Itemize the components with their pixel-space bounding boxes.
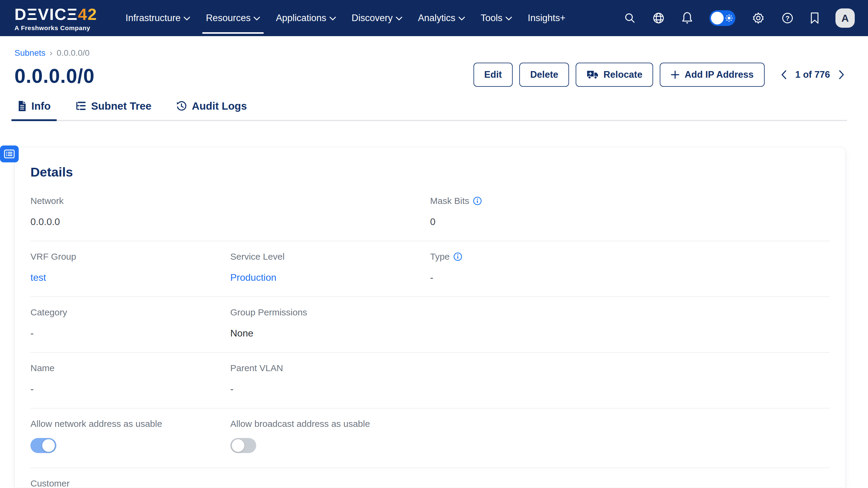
svg-text:?: ? [785, 14, 789, 22]
help-icon[interactable]: ? [781, 12, 794, 24]
tab-audit-logs[interactable]: Audit Logs [173, 100, 250, 120]
pager-count: 1 of 776 [795, 69, 830, 80]
chevron-down-icon [253, 17, 260, 21]
field-allow-broadcast-address: Allow broadcast address as usable [230, 419, 430, 454]
nav-item-infrastructure[interactable]: Infrastructure [119, 0, 197, 36]
vrf-group-link[interactable]: test [30, 272, 46, 283]
info-icon[interactable] [473, 196, 482, 205]
nav-item-insights[interactable]: Insights+ [521, 0, 572, 36]
network-value: 0.0.0.0 [30, 216, 230, 227]
field-category: Category - [30, 307, 230, 339]
field-network: Network 0.0.0.0 [30, 196, 230, 227]
chevron-left-icon [781, 70, 787, 79]
tab-info[interactable]: Info [14, 100, 54, 120]
info-icon[interactable] [453, 252, 462, 261]
nav-item-applications[interactable]: Applications [269, 0, 342, 36]
page-title: 0.0.0.0/0 [14, 64, 95, 87]
chevron-right-icon [838, 70, 844, 79]
field-allow-network-address: Allow network address as usable [30, 419, 230, 454]
field-service-level: Service Level Production [230, 252, 430, 283]
field-row: Category - Group Permissions None [30, 297, 830, 353]
breadcrumb: Subnets › 0.0.0.0/0 [14, 48, 95, 58]
nav-item-discovery[interactable]: Discovery [345, 0, 409, 36]
record-pager: 1 of 776 [781, 69, 844, 80]
mask-bits-value: 0 [430, 216, 630, 227]
chevron-down-icon [505, 17, 512, 21]
globe-icon[interactable] [652, 12, 665, 24]
prev-record-button[interactable] [781, 70, 787, 79]
breadcrumb-separator: › [50, 48, 53, 58]
device42-logo[interactable]: DΞVICΞ42 A Freshworks Company [14, 5, 97, 32]
field-customer: Customer [30, 478, 230, 488]
list-panel-icon [4, 150, 15, 158]
nav-item-analytics[interactable]: Analytics [411, 0, 472, 36]
navbar-actions: ? A [624, 8, 855, 28]
chevron-down-icon [458, 17, 465, 21]
allow-broadcast-toggle[interactable] [230, 438, 256, 453]
breadcrumb-current: 0.0.0.0/0 [57, 48, 90, 58]
document-icon [18, 100, 27, 112]
field-name: Name - [30, 363, 230, 395]
chevron-down-icon [330, 17, 336, 21]
action-bar: Edit Delete Relocate Add IP Address 1 of… [467, 63, 844, 87]
group-permissions-value: None [230, 328, 430, 339]
tab-bar: Info Subnet Tree Audit Logs [14, 100, 847, 121]
add-ip-address-button[interactable]: Add IP Address [660, 63, 764, 87]
sun-icon [725, 14, 733, 22]
plus-icon [671, 70, 680, 79]
parent-vlan-value: - [230, 384, 430, 395]
toggle-knob [232, 439, 244, 452]
bookmark-icon[interactable] [810, 12, 819, 24]
top-navbar: DΞVICΞ42 A Freshworks Company Infrastruc… [0, 0, 868, 36]
field-type: Type - [430, 252, 630, 283]
main-nav: Infrastructure Resources Applications Di… [119, 0, 572, 36]
field-parent-vlan: Parent VLAN - [230, 363, 430, 395]
allow-network-toggle[interactable] [30, 438, 56, 453]
field-row: Customer [30, 468, 830, 488]
field-row: VRF Group test Service Level Production … [30, 241, 830, 297]
category-value: - [30, 328, 230, 339]
theme-toggle[interactable] [710, 10, 735, 26]
field-vrf-group: VRF Group test [30, 252, 230, 283]
type-value: - [430, 272, 630, 283]
edit-button[interactable]: Edit [473, 63, 513, 87]
chevron-down-icon [396, 17, 402, 21]
next-record-button[interactable] [838, 70, 844, 79]
service-level-link[interactable]: Production [230, 272, 276, 283]
user-avatar[interactable]: A [835, 8, 855, 28]
field-row: Name - Parent VLAN - [30, 353, 830, 409]
search-icon[interactable] [624, 12, 636, 24]
field-mask-bits: Mask Bits 0 [430, 196, 630, 227]
details-panel-toggle[interactable] [0, 145, 19, 162]
details-card: Details Network 0.0.0.0 Mask Bits 0 VRF … [14, 147, 846, 488]
history-icon [176, 101, 187, 111]
breadcrumb-subnets-link[interactable]: Subnets [14, 48, 45, 58]
brand-text: DΞVICΞ42 [14, 5, 97, 24]
tree-list-icon [75, 101, 86, 111]
brand-tagline: A Freshworks Company [14, 24, 97, 32]
chevron-down-icon [184, 17, 190, 21]
name-value: - [30, 384, 230, 395]
page-header: Subnets › 0.0.0.0/0 0.0.0.0/0 Edit Delet… [0, 36, 868, 87]
toggle-knob [711, 12, 724, 24]
toggle-knob [42, 439, 55, 452]
field-group-permissions: Group Permissions None [230, 307, 430, 339]
field-row: Network 0.0.0.0 Mask Bits 0 [30, 186, 830, 241]
details-heading: Details [30, 165, 830, 180]
gear-icon[interactable] [752, 11, 765, 25]
relocate-button[interactable]: Relocate [576, 63, 653, 87]
nav-item-tools[interactable]: Tools [474, 0, 519, 36]
delete-button[interactable]: Delete [519, 63, 569, 87]
nav-item-resources[interactable]: Resources [199, 0, 267, 36]
tab-subnet-tree[interactable]: Subnet Tree [72, 100, 154, 120]
truck-icon [587, 70, 598, 79]
field-row: Allow network address as usable Allow br… [30, 409, 830, 468]
page: DΞVICΞ42 A Freshworks Company Infrastruc… [0, 0, 868, 488]
bell-icon[interactable] [681, 11, 693, 25]
